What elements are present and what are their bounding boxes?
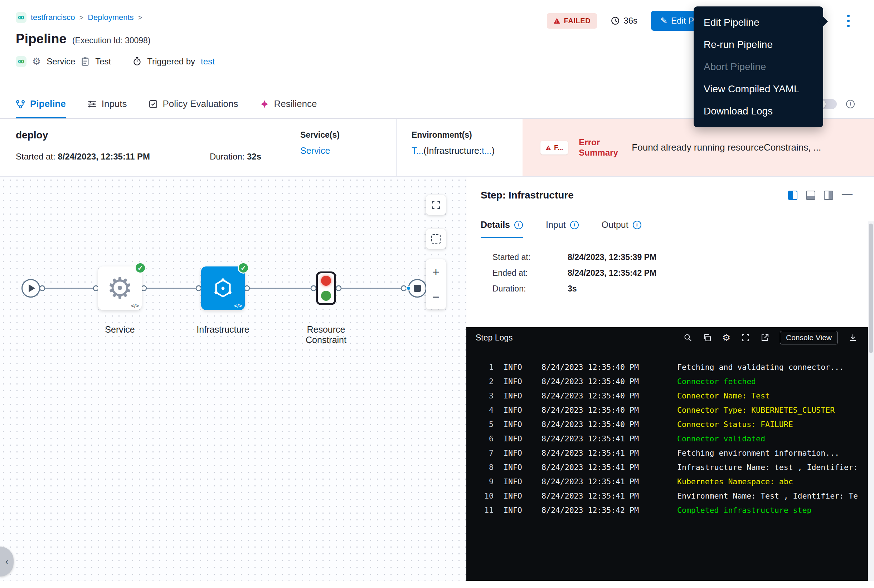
duration-value: 3s [568, 284, 577, 294]
stage-started-at: Started at: 8/24/2023, 12:35:11 PM [16, 152, 150, 162]
copy-icon[interactable] [703, 333, 712, 342]
ended-at-label: Ended at: [492, 268, 568, 278]
step-logs-title: Step Logs [476, 333, 513, 343]
layout-split-bottom-icon[interactable] [806, 190, 815, 200]
fullscreen-icon[interactable] [741, 333, 750, 342]
warning-triangle-icon [553, 18, 561, 24]
policy-check-icon [149, 99, 158, 109]
zoom-controls: + − [426, 259, 446, 309]
tab-input[interactable]: Input i [546, 220, 579, 238]
node-label-resource-constraint: Resource Constraint [290, 324, 362, 345]
step-logs-console: Step Logs ⚙ Console View 1INFO8/24/2023 … [466, 327, 868, 581]
menu-item-rerun-pipeline[interactable]: Re-run Pipeline [693, 34, 823, 56]
test-meta-label: Test [95, 57, 111, 66]
service-link[interactable]: Service [300, 146, 385, 156]
step-details-table: Started at: 8/24/2023, 12:35:39 PM Ended… [466, 238, 874, 319]
download-icon[interactable] [848, 333, 857, 342]
harness-icon [16, 12, 27, 23]
info-icon[interactable]: i [570, 220, 579, 229]
layout-full-icon[interactable] [824, 190, 833, 200]
environments-label: Environment(s) [412, 130, 512, 140]
pipeline-icon [16, 99, 25, 109]
log-line: 4INFO8/24/2023 12:35:40 PMConnector Type… [466, 403, 868, 417]
breadcrumb-deployments-link[interactable]: Deployments [88, 13, 134, 22]
stage-duration: Duration: 32s [210, 152, 274, 162]
zoom-out-button[interactable]: − [426, 284, 446, 309]
infrastructure-hexagon-icon [212, 277, 234, 299]
status-badge: FAILED [547, 13, 597, 28]
breadcrumb-project-link[interactable]: testfrancisco [31, 13, 75, 22]
breadcrumb-separator: > [138, 14, 143, 22]
node-label-service: Service [81, 324, 159, 335]
log-line: 6INFO8/24/2023 12:35:41 PMConnector vali… [466, 432, 868, 446]
pipeline-graph-canvas[interactable]: ⚙ </> ✓ Service </> ✓ Infrastructure Res… [0, 177, 466, 581]
tab-policy-evaluations[interactable]: Policy Evaluations [149, 89, 238, 118]
step-node-infrastructure[interactable]: </> ✓ [201, 267, 245, 310]
stage-failed-badge: F... [540, 141, 568, 154]
step-details-panel: Step: Infrastructure — Details i Input i [466, 177, 874, 581]
stage-name[interactable]: deploy [16, 129, 274, 141]
error-summary-message: Found already running resourceConstrains… [632, 142, 821, 153]
menu-item-edit-pipeline[interactable]: Edit Pipeline [693, 12, 823, 34]
code-icon: </> [234, 303, 242, 309]
infrastructure-link[interactable]: t... [482, 146, 492, 156]
tab-details[interactable]: Details i [481, 220, 523, 238]
pipeline-execution-page: testfrancisco > Deployments > Pipeline (… [0, 0, 874, 588]
more-options-kebab-icon[interactable] [845, 12, 852, 29]
log-line: 3INFO8/24/2023 12:35:40 PMConnector Name… [466, 389, 868, 403]
ended-at-value: 8/24/2023, 12:35:42 PM [568, 268, 656, 278]
gear-icon: ⚙ [32, 56, 41, 67]
traffic-light-green [321, 291, 331, 301]
minimize-panel-icon[interactable]: — [842, 194, 853, 197]
tab-inputs[interactable]: Inputs [87, 89, 127, 118]
search-icon[interactable] [684, 333, 692, 342]
connector-dot [406, 286, 411, 291]
console-view-button[interactable]: Console View [780, 331, 838, 344]
pipeline-end-node[interactable] [408, 279, 427, 298]
fit-to-screen-button[interactable] [426, 195, 446, 215]
log-lines: 1INFO8/24/2023 12:35:40 PMFetching and v… [466, 348, 868, 581]
scrollbar-thumb[interactable] [869, 224, 873, 353]
success-check-icon: ✓ [135, 262, 146, 274]
marquee-icon [431, 234, 441, 244]
step-panel-title: Step: Infrastructure [481, 189, 574, 201]
step-node-service[interactable]: ⚙ </> ✓ [98, 267, 142, 310]
log-line: 11INFO8/24/2023 12:35:42 PMCompleted inf… [466, 503, 868, 518]
open-in-new-icon[interactable] [761, 333, 769, 342]
code-icon: </> [131, 303, 139, 309]
log-line: 5INFO8/24/2023 12:35:40 PMConnector Stat… [466, 417, 868, 432]
log-settings-gear-icon[interactable]: ⚙ [722, 332, 731, 344]
warning-triangle-icon [545, 145, 551, 150]
duration-label: Duration: [492, 284, 568, 294]
started-at-value: 8/24/2023, 12:35:39 PM [568, 252, 656, 262]
log-line: 1INFO8/24/2023 12:35:40 PMFetching and v… [466, 360, 868, 375]
info-icon[interactable]: i [633, 220, 641, 229]
pipeline-start-node[interactable] [21, 279, 40, 298]
log-line: 8INFO8/24/2023 12:35:41 PMInfrastructure… [466, 460, 868, 475]
layout-split-right-icon[interactable] [788, 190, 797, 200]
info-icon[interactable]: i [514, 220, 523, 229]
expand-icon [431, 200, 441, 210]
step-node-resource-constraint[interactable] [316, 272, 336, 305]
info-icon[interactable]: i [846, 100, 854, 108]
breadcrumb-separator: > [80, 14, 84, 22]
menu-item-view-compiled-yaml[interactable]: View Compiled YAML [693, 78, 823, 100]
clipboard-icon [81, 57, 89, 66]
environment-link[interactable]: T... [412, 146, 423, 156]
log-line: 9INFO8/24/2023 12:35:41 PMKubernetes Nam… [466, 475, 868, 489]
tab-pipeline[interactable]: Pipeline [16, 89, 66, 118]
selection-mode-button[interactable] [426, 229, 446, 249]
harness-cd-icon [16, 56, 27, 67]
triggered-by-user-link[interactable]: test [201, 57, 215, 66]
node-label-infrastructure: Infrastructure [180, 324, 266, 335]
menu-item-download-logs[interactable]: Download Logs [693, 100, 823, 122]
zoom-in-button[interactable]: + [426, 259, 446, 284]
tab-output[interactable]: Output i [602, 220, 641, 238]
pipeline-options-menu: Edit Pipeline Re-run Pipeline Abort Pipe… [693, 6, 823, 128]
service-meta-label: Service [47, 57, 75, 66]
error-summary-bar: F... Error Summary Found already running… [522, 119, 874, 176]
tab-resilience[interactable]: Resilience [260, 89, 317, 118]
stage-summary-bar: deploy Started at: 8/24/2023, 12:35:11 P… [0, 119, 874, 177]
page-title: Pipeline [16, 32, 66, 46]
pencil-icon: ✎ [660, 16, 668, 26]
